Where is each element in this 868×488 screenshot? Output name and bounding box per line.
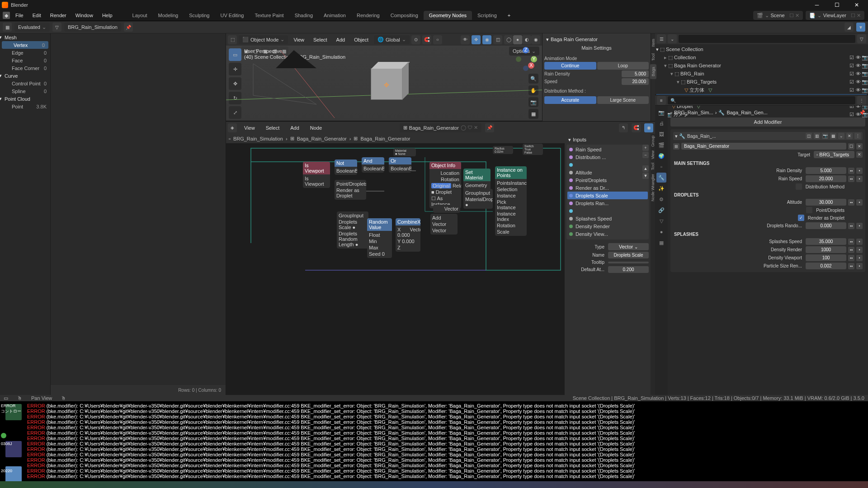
value-field[interactable]: 0.002 xyxy=(806,263,846,269)
mod-extra-icon[interactable]: ▦ xyxy=(830,133,836,139)
anim-dot-icon[interactable]: • xyxy=(856,239,863,245)
shade-wire-icon[interactable]: ◯ xyxy=(504,35,513,44)
node-input-Distribution ...[interactable]: Distribution ... xyxy=(567,153,648,161)
cube-mesh[interactable]: ✥ xyxy=(371,68,402,100)
ne-node-menu[interactable]: Node xyxy=(307,124,326,132)
maximize-button[interactable]: ☐ xyxy=(827,0,846,10)
node-input-Density View...[interactable]: Density View... xyxy=(567,230,648,238)
checkbox[interactable]: ✓ xyxy=(806,207,812,213)
cursor-tool[interactable]: ✛ xyxy=(229,63,241,75)
outliner-type-icon[interactable]: ⌄ xyxy=(668,34,677,43)
accurate-button[interactable]: Accurate xyxy=(544,96,596,104)
large-scene-button[interactable]: Large Scene xyxy=(597,96,649,104)
vp-add-menu[interactable]: Add xyxy=(333,36,349,44)
mode-selector[interactable]: ⬛Object Mode⌄ xyxy=(239,35,288,44)
domain-mesh[interactable]: ▾ Mesh xyxy=(0,33,50,41)
keyframe-icon[interactable]: ▪▪ xyxy=(848,223,854,229)
shade-solid-icon[interactable]: ● xyxy=(513,35,522,44)
domain-point-cloud[interactable]: ▾ Point Cloud xyxy=(0,95,50,103)
gizmo-toggle[interactable]: ✥ xyxy=(472,35,481,44)
outliner-root[interactable]: ▾ ⬚Scene Collection xyxy=(656,45,867,53)
ne-select-menu[interactable]: Select xyxy=(262,124,283,132)
anim-dot-icon[interactable]: • xyxy=(856,247,863,253)
vp-view-menu[interactable]: View xyxy=(290,36,308,44)
keyframe-icon[interactable]: ▪▪ xyxy=(848,239,854,245)
mod-dropdown-icon[interactable]: ⌄ xyxy=(838,133,844,139)
ne-pin-icon[interactable]: 📌 xyxy=(485,123,494,132)
pin-icon[interactable]: 📌 xyxy=(124,23,133,32)
keyframe-icon[interactable]: ▪▪ xyxy=(848,199,854,206)
vp-select-menu[interactable]: Select xyxy=(310,36,331,44)
add-modifier-button[interactable]: Add Modifier xyxy=(670,117,865,127)
edit-menu[interactable]: Edit xyxy=(29,11,45,19)
value-field[interactable]: 30.000 xyxy=(806,199,846,206)
xray-icon[interactable]: ◫ xyxy=(493,35,502,44)
continue-button[interactable]: Continue xyxy=(544,62,596,70)
density-value[interactable]: 5.000 xyxy=(622,70,649,77)
speed-value[interactable]: 20.000 xyxy=(622,78,649,85)
nodegroup-datablock[interactable]: ⊞Baga_Rain_Generator◯ 🛡 ✕ xyxy=(400,123,481,132)
keyframe-icon[interactable]: ▪▪ xyxy=(848,263,854,269)
scene-tab[interactable]: 🎬 xyxy=(656,140,666,150)
mod-menu-icon[interactable]: ⋮ xyxy=(854,133,861,139)
value-field[interactable]: 100 xyxy=(806,254,846,261)
tab-shading[interactable]: Shading xyxy=(289,11,318,20)
tab-compositing[interactable]: Compositing xyxy=(385,11,424,20)
anim-dot-icon[interactable]: • xyxy=(856,255,863,261)
outliner-立方体[interactable]: ▽立方体 ▽☑👁📷 xyxy=(656,86,867,94)
domain-vertex[interactable]: Vertex0 xyxy=(2,41,48,49)
spreadsheet-editor-icon[interactable]: ▦ xyxy=(3,23,12,32)
window-menu[interactable]: Window xyxy=(72,11,97,19)
minimize-button[interactable]: ─ xyxy=(807,0,826,10)
ne-add-menu[interactable]: Add xyxy=(287,124,303,132)
keyframe-icon[interactable]: ▪▪ xyxy=(848,255,854,261)
outliner-BRG_Targets[interactable]: ▾ ⬚BRG_Targets☑👁📷 xyxy=(656,78,867,86)
input-down-icon[interactable]: ▼ xyxy=(642,173,649,179)
value-field[interactable]: 1000 xyxy=(806,246,846,253)
checkbox[interactable]: ✓ xyxy=(796,183,802,190)
modifier-tab[interactable]: 🔧 xyxy=(656,173,666,183)
geometry-node-editor[interactable]: ◈ View Select Add Node ⊞Baga_Rain_Genera… xyxy=(226,121,655,395)
nav-gizmo[interactable]: Z Y X xyxy=(513,47,538,72)
mod-realtime-icon[interactable]: ◫ xyxy=(806,133,812,139)
render-tab[interactable]: 📷 xyxy=(656,108,666,117)
camera-icon[interactable]: 📷 xyxy=(528,97,538,107)
tab-scripting[interactable]: Scripting xyxy=(472,11,502,20)
target-x-icon[interactable]: ✕ xyxy=(856,151,863,158)
ne-snap-icon[interactable]: 🧲 xyxy=(632,123,641,132)
tab-modeling[interactable]: Modeling xyxy=(153,11,184,20)
constraint-tab[interactable]: 🔗 xyxy=(656,205,666,215)
filter-icon[interactable]: ◢ xyxy=(844,23,854,32)
outliner-filter-icon[interactable]: ▽ xyxy=(857,34,866,43)
file-menu[interactable]: File xyxy=(12,11,27,19)
viewlayer-tab[interactable]: 🖼 xyxy=(656,129,666,139)
nodegroup-name[interactable]: Baga_Rain_Generator xyxy=(681,143,846,150)
node-input-blank[interactable] xyxy=(567,161,648,169)
properties-editor-icon[interactable]: ≡ xyxy=(657,96,666,105)
input-add-icon[interactable]: + xyxy=(642,145,649,151)
shade-matprev-icon[interactable]: ◐ xyxy=(522,35,531,44)
persp-icon[interactable]: ▦ xyxy=(528,109,538,119)
keyframe-icon[interactable]: ▪▪ xyxy=(848,176,854,182)
zoom-icon[interactable]: 🔍 xyxy=(528,74,538,84)
domain-face-corner[interactable]: Face Corner0 xyxy=(0,64,50,72)
add-workspace[interactable]: + xyxy=(504,11,514,19)
node-input-Droplets Scale[interactable]: Droplets Scale xyxy=(567,192,648,199)
overlay-toggle[interactable]: ◉ xyxy=(482,35,491,44)
value-field[interactable]: 5.000 xyxy=(806,167,846,174)
pan-icon[interactable]: ✋ xyxy=(528,85,538,95)
particle-tab[interactable]: ✨ xyxy=(656,183,666,193)
blender-menu-icon[interactable]: ◆ xyxy=(3,12,10,19)
outliner-Collection[interactable]: ▸ ⬚Collection☑👁📷 xyxy=(656,53,867,61)
visibility-icon[interactable]: 👁 xyxy=(461,35,470,44)
3d-viewport[interactable]: ⬚ ⬛Object Mode⌄ View Select Add Object 🌐… xyxy=(226,33,542,121)
help-menu[interactable]: Help xyxy=(99,11,116,19)
eval-mode-selector[interactable]: Evaluated⌄ xyxy=(14,23,50,32)
node-input-Splashes Speed[interactable]: Splashes Speed xyxy=(567,215,648,222)
ne-parent-icon[interactable]: ↰ xyxy=(619,123,628,132)
anim-dot-icon[interactable]: • xyxy=(856,199,863,206)
tab-geometry-nodes[interactable]: Geometry Nodes xyxy=(424,11,472,20)
filter-toggle[interactable]: ▼ xyxy=(856,23,865,32)
domain-spline[interactable]: Spline0 xyxy=(0,87,50,95)
ne-tab-group[interactable]: Group xyxy=(651,134,655,149)
